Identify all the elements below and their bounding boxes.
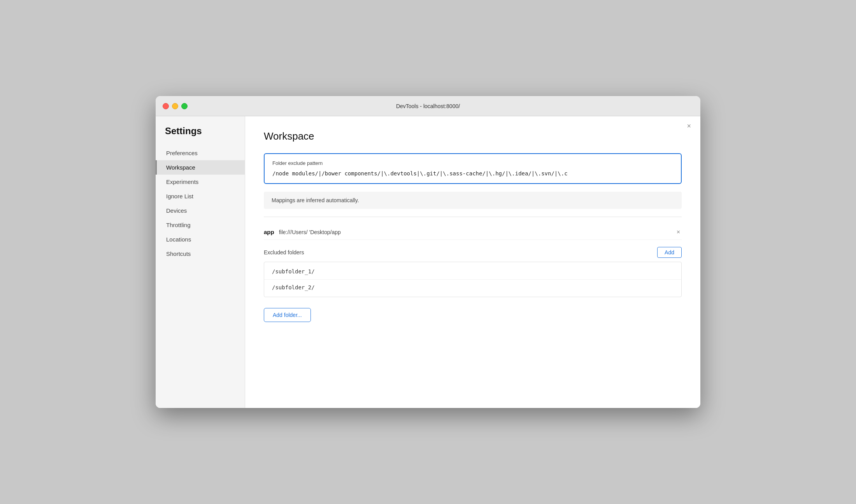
- mappings-info: Mappings are inferred automatically.: [264, 192, 682, 209]
- add-folder-button[interactable]: Add folder...: [264, 308, 311, 322]
- folder-exclude-label: Folder exclude pattern: [272, 160, 673, 166]
- sidebar-item-workspace[interactable]: Workspace: [156, 160, 245, 175]
- titlebar-title: DevTools - localhost:8000/: [396, 103, 460, 109]
- sidebar-item-preferences[interactable]: Preferences: [156, 146, 245, 160]
- minimize-traffic-light[interactable]: [172, 103, 178, 109]
- folder-path: file:///Users/ 'Desktop/app: [279, 229, 670, 235]
- close-button[interactable]: ×: [687, 122, 691, 130]
- sidebar-item-locations[interactable]: Locations: [156, 232, 245, 247]
- excluded-folders-label: Excluded folders: [264, 249, 304, 256]
- add-excluded-folder-button[interactable]: Add: [657, 247, 682, 258]
- sidebar-item-devices[interactable]: Devices: [156, 203, 245, 218]
- folder-name: app: [264, 229, 274, 235]
- section-divider: [264, 217, 682, 217]
- excluded-folders-row: Excluded folders Add: [264, 247, 682, 258]
- mappings-info-text: Mappings are inferred automatically.: [272, 197, 359, 203]
- traffic-lights: [163, 103, 188, 109]
- subfolders-list: /subfolder_1/ /subfolder_2/: [264, 262, 682, 297]
- folder-entry: app file:///Users/ 'Desktop/app ×: [264, 225, 682, 240]
- main-content: × Workspace Folder exclude pattern Mappi…: [245, 116, 700, 408]
- sidebar-item-throttling[interactable]: Throttling: [156, 218, 245, 232]
- folder-remove-button[interactable]: ×: [675, 229, 682, 236]
- sidebar-item-experiments[interactable]: Experiments: [156, 175, 245, 189]
- subfolder-item: /subfolder_2/: [264, 280, 681, 295]
- page-title: Workspace: [264, 130, 682, 142]
- maximize-traffic-light[interactable]: [181, 103, 188, 109]
- folder-exclude-input[interactable]: [272, 170, 673, 177]
- titlebar: DevTools - localhost:8000/: [156, 96, 700, 116]
- sidebar-item-ignore-list[interactable]: Ignore List: [156, 189, 245, 203]
- sidebar-item-shortcuts[interactable]: Shortcuts: [156, 247, 245, 261]
- close-traffic-light[interactable]: [163, 103, 169, 109]
- sidebar-heading: Settings: [156, 126, 245, 146]
- window-body: Settings Preferences Workspace Experimen…: [156, 116, 700, 408]
- subfolder-item: /subfolder_1/: [264, 264, 681, 280]
- folder-exclude-box: Folder exclude pattern: [264, 153, 682, 184]
- sidebar: Settings Preferences Workspace Experimen…: [156, 116, 245, 408]
- devtools-window: DevTools - localhost:8000/ Settings Pref…: [156, 96, 700, 408]
